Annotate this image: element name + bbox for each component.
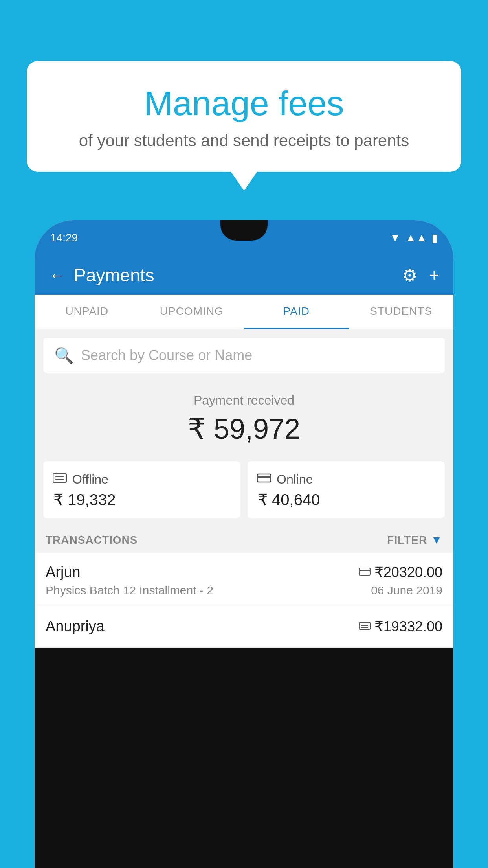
phone-frame: 14:29 ▼ ▲▲ ▮ ← Payments ⚙ + UNPAID	[35, 220, 453, 868]
status-bar: 14:29 ▼ ▲▲ ▮	[35, 220, 453, 256]
transaction-course-1: Physics Batch 12 Installment - 2	[46, 584, 213, 597]
transaction-row-2[interactable]: Anupriya ₹19332.00	[35, 607, 453, 648]
tabs-bar: UNPAID UPCOMING PAID STUDENTS	[35, 295, 453, 329]
battery-icon: ▮	[432, 232, 438, 245]
tab-unpaid[interactable]: UNPAID	[35, 295, 139, 329]
transaction-amount-row-2: ₹19332.00	[359, 618, 442, 635]
filter-label: FILTER	[387, 534, 427, 546]
speech-bubble: Manage fees of your students and send re…	[27, 61, 461, 172]
payment-type-icon-1	[359, 566, 371, 579]
payment-cards-row: Offline ₹ 19,332 Online ₹ 4	[35, 454, 453, 525]
speech-bubble-title: Manage fees	[46, 85, 442, 123]
tab-paid[interactable]: PAID	[244, 295, 349, 329]
phone-content: 🔍 Search by Course or Name Payment recei…	[35, 329, 453, 648]
header-left: ← Payments	[49, 265, 154, 286]
transaction-amount-row-1: ₹20320.00	[359, 564, 442, 581]
transaction-top-1: Arjun ₹20320.00	[46, 564, 442, 581]
transaction-name-2: Anupriya	[46, 618, 105, 635]
status-icons: ▼ ▲▲ ▮	[390, 232, 438, 245]
settings-icon[interactable]: ⚙	[402, 265, 417, 285]
payment-received-label: Payment received	[43, 393, 445, 408]
back-button[interactable]: ←	[49, 267, 66, 284]
transaction-top-2: Anupriya ₹19332.00	[46, 618, 442, 635]
svg-rect-6	[359, 570, 370, 571]
filter-button[interactable]: FILTER ▼	[387, 534, 442, 546]
payment-received-section: Payment received ₹ 59,972	[35, 381, 453, 454]
payment-card-offline: Offline ₹ 19,332	[43, 461, 240, 518]
signal-icon: ▲▲	[405, 232, 427, 244]
status-time: 14:29	[50, 232, 78, 244]
payment-type-icon-2	[359, 620, 371, 633]
transaction-bottom-1: Physics Batch 12 Installment - 2 06 June…	[46, 584, 442, 597]
search-input[interactable]: Search by Course or Name	[81, 347, 252, 364]
payment-card-online: Online ₹ 40,640	[248, 461, 445, 518]
online-amount: ₹ 40,640	[257, 491, 435, 509]
speech-bubble-subtitle: of your students and send receipts to pa…	[46, 131, 442, 150]
online-icon	[257, 473, 271, 486]
transaction-row[interactable]: Arjun ₹20320.00 Physics Batch 12 Install…	[35, 553, 453, 607]
search-icon: 🔍	[54, 346, 74, 365]
offline-label: Offline	[72, 472, 108, 487]
transaction-date-1: 06 June 2019	[371, 584, 442, 597]
app-header: ← Payments ⚙ +	[35, 256, 453, 295]
transaction-amount-2: ₹19332.00	[374, 618, 442, 635]
transactions-header: TRANSACTIONS FILTER ▼	[35, 525, 453, 553]
svg-rect-0	[53, 474, 66, 482]
card-header-online: Online	[257, 472, 435, 487]
svg-rect-4	[257, 476, 271, 478]
header-right: ⚙ +	[402, 265, 439, 285]
tab-upcoming[interactable]: UPCOMING	[139, 295, 244, 329]
transactions-label: TRANSACTIONS	[46, 534, 138, 546]
search-bar[interactable]: 🔍 Search by Course or Name	[43, 338, 445, 373]
offline-icon	[53, 472, 67, 487]
add-icon[interactable]: +	[429, 265, 439, 285]
header-title: Payments	[74, 265, 154, 286]
tab-students[interactable]: STUDENTS	[349, 295, 454, 329]
card-header-offline: Offline	[53, 472, 231, 487]
wifi-icon: ▼	[390, 232, 401, 244]
online-label: Online	[277, 472, 313, 487]
phone-screen: 14:29 ▼ ▲▲ ▮ ← Payments ⚙ + UNPAID	[35, 220, 453, 648]
transaction-amount-1: ₹20320.00	[374, 564, 442, 581]
transaction-name-1: Arjun	[46, 564, 81, 581]
filter-icon: ▼	[431, 534, 442, 546]
payment-amount: ₹ 59,972	[43, 412, 445, 445]
offline-amount: ₹ 19,332	[53, 491, 231, 509]
phone-notch	[220, 220, 268, 241]
svg-rect-5	[359, 568, 370, 575]
